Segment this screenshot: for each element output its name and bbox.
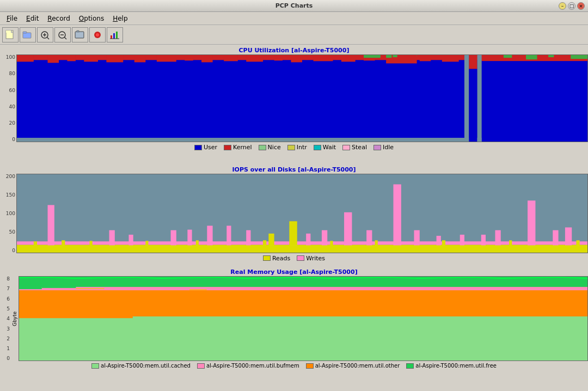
svg-rect-63 — [109, 230, 115, 246]
svg-rect-86 — [62, 240, 65, 245]
legend-intr-label: Intr — [297, 144, 307, 151]
svg-rect-103 — [133, 316, 587, 319]
svg-rect-78 — [437, 236, 441, 245]
menu-help[interactable]: Help — [108, 14, 132, 23]
svg-line-11 — [64, 37, 66, 39]
legend-idle-label: Idle — [383, 144, 394, 151]
svg-rect-82 — [528, 200, 535, 245]
free-swatch — [406, 363, 414, 369]
cpu-y-100: 100 — [6, 54, 15, 60]
cpu-chart-area: 100 80 60 40 20 0 — [0, 54, 588, 142]
iops-y-100: 100 — [6, 211, 15, 216]
svg-rect-49 — [469, 55, 477, 69]
memory-y-5: 5 — [7, 306, 10, 311]
cpu-y-20: 20 — [9, 120, 15, 126]
memory-chart-panel: Real Memory Usage [al-Aspire-T5000] 8 7 … — [0, 267, 588, 390]
svg-rect-105 — [189, 289, 206, 290]
svg-rect-31 — [185, 55, 193, 60]
cached-swatch — [91, 363, 99, 369]
new-button[interactable] — [2, 27, 19, 42]
intr-swatch — [287, 145, 295, 150]
svg-rect-2 — [6, 30, 11, 33]
memory-chart-with-yaxis: 8 7 6 5 4 3 2 1 0 Gbyte — [0, 276, 588, 362]
svg-rect-50 — [469, 69, 477, 142]
svg-rect-60 — [17, 245, 587, 252]
cpu-y-axis: 100 80 60 40 20 0 — [0, 54, 16, 142]
screenshot-button[interactable] — [72, 27, 88, 42]
memory-y-6: 6 — [7, 296, 10, 302]
svg-rect-55 — [504, 55, 512, 58]
svg-rect-93 — [442, 240, 445, 245]
legend-writes: Writes — [297, 255, 325, 262]
toolbar — [0, 25, 588, 45]
svg-rect-77 — [414, 230, 419, 246]
nice-swatch — [259, 145, 266, 150]
svg-rect-19 — [116, 32, 118, 39]
svg-rect-64 — [128, 235, 133, 246]
svg-rect-40 — [364, 55, 381, 58]
svg-point-16 — [96, 33, 99, 36]
legend-other: al-Aspire-T5000:mem.util.other — [306, 363, 400, 369]
svg-rect-25 — [48, 55, 59, 63]
memory-y-axis: 8 7 6 5 4 3 2 1 0 — [0, 276, 11, 362]
svg-rect-68 — [226, 225, 231, 245]
menu-file[interactable]: File — [2, 14, 22, 23]
legend-steal: Steal — [342, 144, 367, 151]
svg-rect-24 — [17, 55, 34, 62]
menu-record[interactable]: Record — [43, 14, 74, 23]
svg-rect-85 — [34, 241, 37, 245]
menu-options[interactable]: Options — [75, 14, 108, 23]
svg-rect-47 — [442, 55, 459, 62]
open-button[interactable] — [20, 27, 36, 42]
iops-y-axis: 200 150 100 50 0 — [0, 174, 16, 253]
svg-rect-84 — [565, 227, 572, 245]
legend-nice: Nice — [259, 144, 281, 151]
svg-rect-71 — [289, 221, 297, 245]
charts-container: CPU Utilization [al-Aspire-T5000] 100 80… — [0, 45, 588, 391]
memory-y-8: 8 — [7, 276, 10, 282]
iops-canvas — [16, 174, 588, 253]
svg-rect-58 — [571, 55, 587, 59]
close-button[interactable]: × — [577, 2, 585, 10]
legend-reads: Reads — [263, 255, 290, 262]
iops-chart-panel: IOPS over all Disks [al-Aspire-T5000] 20… — [0, 165, 588, 265]
legend-cached: al-Aspire-T5000:mem.util.cached — [91, 363, 191, 369]
cpu-legend: User Kernel Nice Intr Wait — [0, 142, 588, 152]
svg-rect-35 — [274, 55, 283, 60]
zoom-in-button[interactable] — [37, 27, 53, 42]
iops-chart-title: IOPS over all Disks [al-Aspire-T5000] — [0, 166, 588, 173]
bufmem-swatch — [197, 363, 205, 369]
svg-rect-14 — [77, 30, 79, 32]
svg-rect-62 — [48, 205, 54, 245]
minimize-button[interactable]: – — [559, 2, 566, 10]
svg-rect-37 — [314, 55, 333, 61]
svg-rect-101 — [19, 277, 42, 289]
memory-chart-title: Real Memory Usage [al-Aspire-T5000] — [0, 268, 588, 276]
svg-rect-95 — [576, 240, 579, 245]
svg-rect-69 — [246, 230, 250, 246]
zoom-out-button[interactable] — [54, 27, 71, 42]
svg-rect-66 — [187, 230, 192, 246]
legend-user: User — [194, 144, 217, 151]
svg-line-8 — [47, 37, 49, 39]
svg-rect-67 — [207, 225, 212, 245]
legend-kernel-label: Kernel — [233, 144, 252, 151]
cpu-chart-with-yaxis: 100 80 60 40 20 0 — [0, 54, 588, 142]
record-button[interactable] — [89, 27, 106, 42]
user-swatch — [194, 145, 202, 150]
menu-edit[interactable]: Edit — [22, 14, 43, 23]
svg-rect-70 — [268, 234, 274, 246]
svg-rect-94 — [509, 240, 512, 245]
svg-rect-79 — [460, 235, 464, 246]
wait-swatch — [314, 145, 321, 150]
svg-rect-54 — [482, 61, 587, 142]
iops-y-150: 150 — [6, 192, 15, 198]
legend-intr: Intr — [287, 144, 307, 151]
chart-button[interactable] — [107, 27, 123, 42]
svg-rect-102 — [42, 286, 76, 288]
svg-rect-56 — [526, 55, 537, 59]
maximize-button[interactable]: □ — [568, 2, 575, 10]
cpu-y-80: 80 — [9, 71, 15, 76]
memory-y-7: 7 — [7, 286, 10, 291]
memory-canvas — [19, 276, 588, 362]
